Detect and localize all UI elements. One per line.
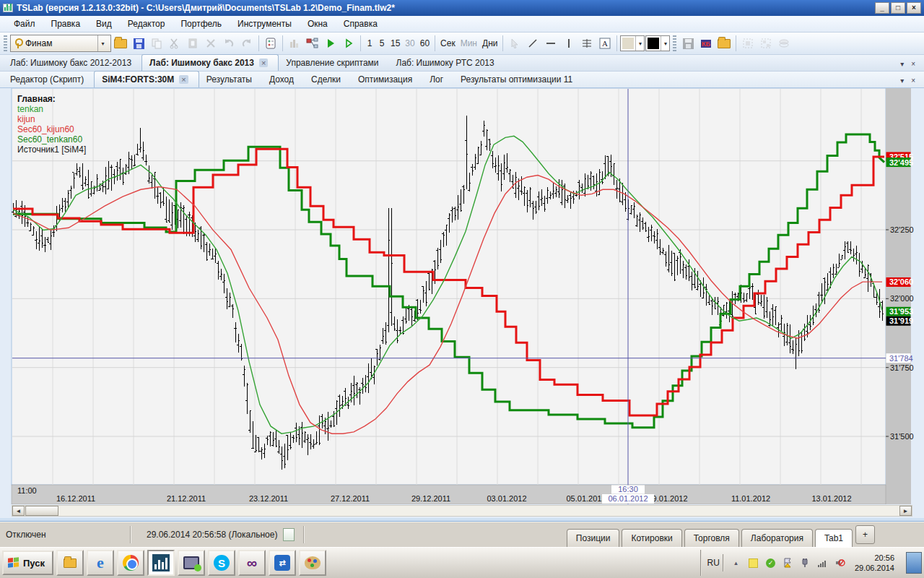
tab-ishimoku-baks-2012-2013[interactable]: Лаб: Ишимоку бакс 2012-2013 [3,55,141,71]
bottom-tab-tab1[interactable]: Tab1 [815,529,853,547]
tab-optimization-results[interactable]: Результаты оптимизации 11 [453,72,583,87]
add-tab-button[interactable]: + [855,525,875,544]
unit-days[interactable]: Дни [480,35,500,51]
tabrow-close-icon[interactable]: × [911,77,915,85]
cursor-tool-icon[interactable] [506,35,523,52]
chevron-down-icon[interactable]: ▾ [97,35,108,51]
close-tab-icon[interactable]: × [259,59,268,67]
muted-speaker-icon[interactable] [834,558,845,569]
vertical-line-tool-icon[interactable] [560,35,578,52]
color-dropdown[interactable]: ▾ [645,35,670,51]
paste-icon[interactable] [184,35,201,52]
tabrow-menu-icon[interactable]: ▾ [900,60,904,68]
network-signal-icon[interactable] [817,558,828,569]
taskbar-chrome[interactable] [117,550,144,576]
save-layout-icon[interactable] [679,35,697,52]
tab-income[interactable]: Доход [262,72,304,87]
undo-icon[interactable] [220,35,237,52]
save-button[interactable] [130,35,147,52]
menu-editor[interactable]: Редактор [120,17,173,31]
tab-results[interactable]: Результаты [199,72,262,87]
delete-icon[interactable] [202,35,219,52]
tab-script-management[interactable]: Управление скриптами [279,55,388,71]
close-tab-icon[interactable]: × [179,75,188,84]
taskbar-remote-pc[interactable] [178,550,205,576]
bottom-tab-quotes[interactable]: Котировки [622,529,681,547]
taskbar-paint[interactable] [299,550,326,576]
run-step-icon[interactable] [340,35,357,52]
title-bar[interactable]: TSLab (версия 1.2.13.0:32bit) - C:\Users… [0,0,924,16]
taskbar-visual-studio[interactable]: ∞ [238,550,266,576]
tab-editor-script[interactable]: Редактор (Скрипт) [3,72,94,87]
trend-line-tool-icon[interactable] [524,35,541,52]
horizontal-line-tool-icon[interactable] [542,35,559,52]
menu-windows[interactable]: Окна [300,17,336,31]
tray-chevron-icon[interactable]: ▴ [731,558,741,569]
menu-tools[interactable]: Инструменты [230,17,300,31]
unit-minutes[interactable]: Мин [458,35,479,51]
timeframe-15[interactable]: 15 [388,35,402,51]
maximize-button[interactable]: □ [891,2,905,14]
bottom-tab-laboratory[interactable]: Лаборатория [741,529,813,547]
log-page-icon[interactable] [283,528,295,541]
taskbar-clock[interactable]: 20:56 29.06.2014 [852,553,894,574]
menu-help[interactable]: Справка [336,17,385,31]
account-combobox[interactable]: Финам ▾ [10,35,111,52]
scroll-left-icon[interactable]: ◄ [12,506,25,516]
timeframe-30[interactable]: 30 [403,35,417,51]
close-button[interactable]: × [907,2,921,14]
chart-icon[interactable] [286,35,303,52]
timeframe-60[interactable]: 60 [418,35,432,51]
taskbar-tslab[interactable] [147,550,175,576]
bottom-tab-trading[interactable]: Торговля [684,529,739,547]
hotkeys-icon[interactable]: КБ [697,35,715,52]
run-icon[interactable] [322,35,339,52]
tab-log[interactable]: Лог [422,72,453,87]
taskbar-teamviewer[interactable]: ⇄ [269,550,296,576]
menu-view[interactable]: Вид [88,17,120,31]
tab-sim4-forts-30m[interactable]: SiM4:FORTS:30M × [94,71,199,87]
price-chart[interactable]: 32'25032'00031'75031'50032'51532'49532'0… [0,88,924,504]
toolbar-grip[interactable] [4,35,7,51]
copy-icon[interactable] [148,35,165,52]
show-desktop-button[interactable] [906,552,922,574]
timeframe-1[interactable]: 1 [364,35,375,51]
tabrow-close-icon[interactable]: × [911,60,915,68]
tabrow-menu-icon[interactable]: ▾ [900,77,904,85]
group-icon[interactable] [739,35,757,52]
menu-edit[interactable]: Правка [43,17,89,31]
taskbar-internet-explorer[interactable]: e [87,550,114,576]
minimize-button[interactable]: _ [875,2,889,14]
open-file-button[interactable] [112,35,129,52]
timeframe-5[interactable]: 5 [376,35,388,51]
toolbar-grip-2[interactable] [673,35,676,51]
menu-file[interactable]: Файл [6,17,43,31]
start-button[interactable]: Пуск [2,551,53,575]
action-center-flag-icon[interactable] [783,558,793,569]
line-style-dropdown[interactable]: ▾ [620,35,645,51]
ungroup-icon[interactable] [757,35,775,52]
tab-deals[interactable]: Сделки [304,72,351,87]
tab-optimization[interactable]: Оптимизация [351,72,422,87]
sticky-notes-icon[interactable] [748,558,759,569]
open-layout-icon[interactable] [715,35,733,52]
taskbar-skype[interactable]: S [208,550,235,576]
tab-ishimoku-rts-2013[interactable]: Лаб: Ишимоку РТС 2013 [389,55,505,71]
script-properties-icon[interactable] [262,35,279,52]
scroll-thumb[interactable] [25,506,58,516]
fibo-tool-icon[interactable] [578,35,596,52]
bottom-tab-positions[interactable]: Позиции [567,529,620,547]
language-indicator[interactable]: RU [707,554,724,571]
layers-icon[interactable] [775,35,793,52]
taskbar-explorer[interactable] [56,550,84,576]
scroll-right-icon[interactable]: ► [899,506,912,516]
cut-icon[interactable] [166,35,183,52]
redo-icon[interactable] [238,35,256,52]
unit-seconds[interactable]: Сек [438,35,458,51]
text-tool-icon[interactable]: A [596,35,614,52]
menu-portfolio[interactable]: Портфель [173,17,230,31]
tab-ishimoku-baks-2013[interactable]: Лаб: Ишимоку бакс 2013 × [141,54,279,71]
power-plug-icon[interactable] [800,558,811,569]
script-scheme-icon[interactable] [304,35,321,52]
antivirus-icon[interactable]: ✓ [765,558,776,569]
